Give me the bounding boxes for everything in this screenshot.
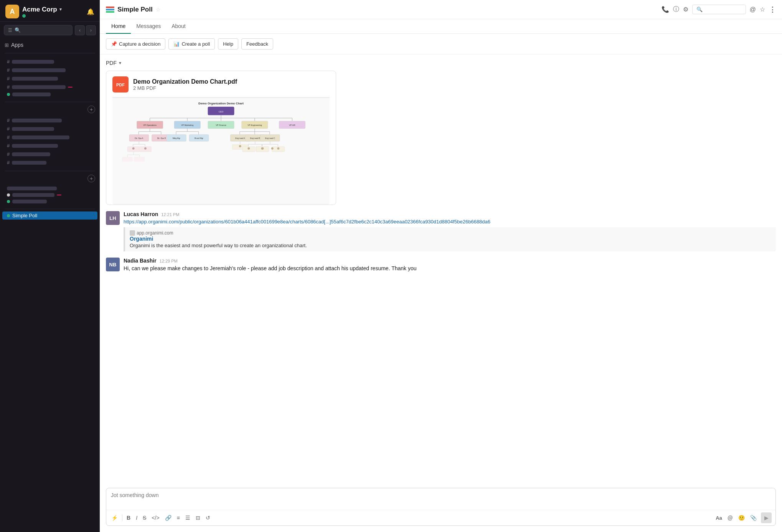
link-icon[interactable]: 🔗	[164, 514, 173, 522]
dm-status-3	[7, 200, 10, 203]
pdf-text-info: Demo Organization Demo Chart.pdf 2 MB PD…	[133, 78, 237, 91]
preview-title[interactable]: Organimi	[130, 236, 771, 242]
channel-item-3[interactable]: #	[2, 74, 97, 83]
notification-bell-icon[interactable]: 🔔	[87, 8, 94, 15]
pdf-title: Demo Organization Demo Chart.pdf	[133, 78, 237, 85]
info-icon[interactable]: ⓘ	[673, 5, 679, 13]
code-icon[interactable]: </>	[150, 514, 160, 522]
channel-item-4[interactable]: #	[2, 83, 97, 91]
ordered-list-icon[interactable]: ≡	[176, 514, 181, 522]
feedback-button[interactable]: Feedback	[241, 38, 273, 50]
pdf-dropdown-icon[interactable]: ▾	[119, 60, 121, 66]
lightning-icon[interactable]: ⚡	[110, 514, 119, 522]
nav-arrows: ‹ ›	[75, 25, 96, 35]
workspace-name[interactable]: Acme Corp ▾	[22, 6, 62, 13]
dm-item-3[interactable]	[2, 198, 97, 205]
simple-poll-logo-icon	[106, 7, 114, 13]
attachment-icon[interactable]: 📎	[749, 514, 758, 522]
divider-2	[5, 102, 95, 102]
channels-group-2-header: +	[0, 104, 100, 114]
capture-decision-button[interactable]: 📌 Capture a decision	[106, 38, 165, 50]
help-button[interactable]: Help	[218, 38, 238, 50]
dm-label-2	[12, 193, 54, 197]
create-poll-button[interactable]: 📊 Create a poll	[168, 38, 215, 50]
italic-icon[interactable]: I	[135, 514, 139, 522]
channel-item-11[interactable]: #	[2, 159, 97, 167]
star-icon[interactable]: ☆	[156, 7, 161, 13]
svg-text:CEO: CEO	[219, 111, 224, 113]
svg-point-79	[247, 147, 250, 150]
channel-item-9[interactable]: #	[2, 142, 97, 150]
tab-about[interactable]: About	[166, 19, 191, 34]
tab-home[interactable]: Home	[106, 19, 131, 34]
pdf-file-icon: PDF	[112, 76, 129, 93]
dm-item-1[interactable]	[2, 185, 97, 192]
gear-icon[interactable]: ⚙	[683, 6, 688, 13]
emoji-icon[interactable]: 🙂	[737, 514, 746, 522]
at-icon[interactable]: @	[750, 6, 756, 13]
channel-item-8[interactable]: #	[2, 133, 97, 141]
channel-item-6[interactable]: #	[2, 116, 97, 124]
svg-text:VP Operations: VP Operations	[143, 124, 157, 126]
search-bar: ☰ 🔍 ‹ ›	[4, 25, 96, 35]
hash-icon-2: #	[7, 67, 10, 73]
bookmark-icon[interactable]: ☆	[760, 6, 765, 13]
dm-group	[0, 183, 100, 207]
channels-group-2: # # # # # #	[0, 114, 100, 169]
input-tools-right: Aa @ 🙂 📎 ▶	[714, 512, 772, 523]
dm-item-2[interactable]	[2, 192, 97, 198]
workspace-status-dot	[22, 14, 26, 18]
search-input-box[interactable]: ☰ 🔍	[4, 25, 73, 35]
svg-point-77	[144, 147, 147, 150]
help-label: Help	[223, 41, 233, 47]
text-format-icon[interactable]: Aa	[714, 514, 723, 522]
app-header: Simple Poll ☆ 📞 ⓘ ⚙ @ ☆ ⋮	[100, 0, 782, 19]
nav-forward-button[interactable]: ›	[86, 25, 96, 35]
nav-back-button[interactable]: ‹	[75, 25, 85, 35]
more-options-icon[interactable]: ⋮	[769, 5, 776, 14]
svg-point-76	[132, 147, 135, 150]
svg-point-82	[271, 147, 274, 150]
apps-section-header[interactable]: ⊞ Apps	[0, 41, 100, 49]
hash-icon-11: #	[7, 160, 10, 165]
send-button[interactable]: ▶	[761, 512, 772, 523]
channel-item-5[interactable]	[2, 91, 97, 97]
channel-item-2[interactable]: #	[2, 66, 97, 74]
svg-text:VP Finance: VP Finance	[216, 124, 226, 126]
dm-status-2	[7, 193, 10, 197]
channel-item-10[interactable]: #	[2, 150, 97, 158]
divider-3	[5, 171, 95, 171]
strikethrough-icon[interactable]: S	[142, 514, 147, 522]
unordered-list-icon[interactable]: ☰	[184, 514, 191, 522]
sidebar: A Acme Corp ▾ 🔔 ☰ 🔍 ‹ › ⊞	[0, 0, 100, 532]
message-input[interactable]	[106, 488, 775, 508]
search-placeholder: 🔍	[15, 27, 21, 33]
bold-icon[interactable]: B	[125, 514, 132, 522]
header-search-input[interactable]	[692, 5, 746, 14]
svg-text:Dir. Ops A: Dir. Ops A	[135, 137, 144, 139]
phone-icon[interactable]: 📞	[662, 6, 669, 13]
content-area: PDF ▾ PDF Demo Organization Demo Chart.p…	[100, 55, 782, 488]
sidebar-item-simple-poll[interactable]: Simple Poll	[2, 211, 97, 220]
channel-label-2	[12, 68, 66, 72]
channel-label-7	[12, 127, 54, 131]
channel-item-1[interactable]: #	[2, 58, 97, 66]
add-dm-button[interactable]: +	[87, 175, 95, 182]
channel-item-7[interactable]: #	[2, 125, 97, 133]
tab-messages[interactable]: Messages	[131, 19, 166, 34]
at-mention-icon[interactable]: @	[726, 514, 734, 522]
indent-icon[interactable]: ⊟	[195, 514, 201, 522]
simple-poll-status-dot	[7, 214, 10, 217]
poll-icon: 📊	[173, 41, 180, 47]
svg-text:Brand Mgr: Brand Mgr	[195, 137, 203, 139]
message-1-link[interactable]: https://app.organimi.com/public/organiza…	[124, 219, 490, 225]
workflow-icon[interactable]: ↺	[205, 514, 211, 522]
pdf-meta: 2 MB PDF	[133, 85, 237, 91]
svg-text:VP Marketing: VP Marketing	[181, 124, 193, 126]
hash-icon-7: #	[7, 126, 10, 132]
channel-label-11	[12, 161, 46, 165]
avatar-lucas: LH	[106, 211, 120, 225]
dm-section-header: +	[0, 173, 100, 183]
add-channel-button[interactable]: +	[87, 106, 95, 113]
divider-4	[5, 209, 95, 209]
